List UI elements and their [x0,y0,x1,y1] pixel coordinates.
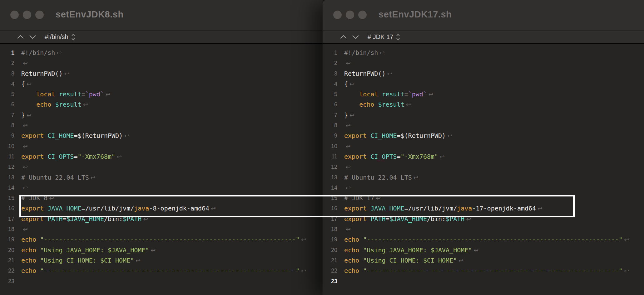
code-line[interactable]: 15# JDK 8↩ [0,193,323,203]
code-text: export CI_HOME=$(ReturnPWD)↩ [21,131,129,141]
code-line[interactable]: 16export JAVA_HOME=/usr/lib/jvm/java-17-… [323,203,644,214]
code-line[interactable]: 20echo "Using JAVA_HOME: $JAVA_HOME"↩ [0,245,323,255]
line-number: 10 [0,141,14,152]
code-line[interactable]: 4{↩ [0,79,323,89]
code-line[interactable]: 18↩ [0,224,323,235]
line-number: 7 [0,110,14,120]
code-line[interactable]: 21echo "Using CI_HOME: $CI_HOME"↩ [0,255,323,266]
line-number: 11 [0,152,14,162]
code-line[interactable]: 13# Ubuntu 22.04 LTS↩ [0,172,323,183]
code-line[interactable]: 8↩ [0,120,323,131]
code-line[interactable]: 17export PATH=$JAVA_HOME/bin:$PATH↩ [323,214,644,224]
code-line[interactable]: 2↩ [323,58,644,68]
line-number: 18 [0,224,14,235]
titlebar[interactable]: setEnvJDK17.sh [323,0,644,31]
zoom-button-icon[interactable] [35,11,44,19]
code-line[interactable]: 10↩ [323,141,644,152]
newline-symbol-icon: ↩ [376,195,381,201]
newline-symbol-icon: ↩ [349,112,354,118]
code-text: ↩ [21,162,28,172]
code-line[interactable]: 23 [323,276,644,287]
up-down-stepper-icon [71,33,75,41]
code-line[interactable]: 22echo "--------------------------------… [0,266,323,276]
code-line[interactable]: 11export CI_OPTS="-Xmx768m"↩ [323,152,644,162]
close-button-icon[interactable] [333,11,342,19]
window-setenvjdk17: setEnvJDK17.sh # JDK 17 1#!/bin/sh↩2↩3Re… [323,0,644,295]
code-line[interactable]: 3ReturnPWD()↩ [323,69,644,79]
code-text: }↩ [21,110,32,120]
code-line[interactable]: 17export PATH=$JAVA_HOME/bin:$PATH↩ [0,214,323,224]
titlebar[interactable]: setEnvJDK8.sh [0,0,323,31]
line-number: 22 [0,266,14,276]
outline-menu[interactable]: # JDK 17 [368,33,400,41]
newline-symbol-icon: ↩ [346,163,351,170]
code-editor[interactable]: 1#!/bin/sh↩2↩3ReturnPWD()↩4{↩5 local res… [0,44,323,287]
code-text: local result=`pwd`↩ [21,89,111,99]
code-line[interactable]: 19echo "--------------------------------… [323,235,644,245]
prev-section-button[interactable] [340,35,347,39]
code-line[interactable]: 13# Ubuntu 22.04 LTS↩ [323,172,644,183]
next-section-button[interactable] [352,35,359,39]
code-line[interactable]: 5 local result=`pwd`↩ [323,89,644,99]
code-line[interactable]: 7}↩ [0,110,323,120]
code-line[interactable]: 22echo "--------------------------------… [323,266,644,276]
code-line[interactable]: 16export JAVA_HOME=/usr/lib/jvm/java-8-o… [0,203,323,214]
line-number: 23 [0,276,14,287]
line-number: 19 [0,235,14,245]
code-line[interactable]: 10↩ [0,141,323,152]
chevron-up-icon [340,35,347,39]
outline-menu[interactable]: #!/bin/sh [45,33,75,41]
newline-symbol-icon: ↩ [91,174,96,181]
code-line[interactable]: 12↩ [323,162,644,172]
code-line[interactable]: 9export CI_HOME=$(ReturnPWD)↩ [0,131,323,141]
minimize-button-icon[interactable] [346,11,354,19]
code-line[interactable]: 2↩ [0,58,323,68]
code-line[interactable]: 9export CI_HOME=$(ReturnPWD)↩ [323,131,644,141]
code-text: echo $result↩ [344,99,411,110]
code-line[interactable]: 6 echo $result↩ [323,99,644,110]
code-line[interactable]: 15# JDK 17↩ [323,193,644,203]
code-line[interactable]: 5 local result=`pwd`↩ [0,89,323,99]
code-line[interactable]: 7}↩ [323,110,644,120]
line-number: 5 [323,89,337,99]
line-number: 15 [0,193,14,203]
code-line[interactable]: 14↩ [0,183,323,193]
code-line[interactable]: 3ReturnPWD()↩ [0,69,323,79]
code-text: ↩ [344,183,351,193]
zoom-button-icon[interactable] [358,11,367,19]
line-number: 11 [323,152,337,162]
newline-symbol-icon: ↩ [136,257,141,264]
code-line[interactable]: 14↩ [323,183,644,193]
line-number: 18 [323,224,337,235]
code-line[interactable]: 21echo "Using CI_HOME: $CI_HOME"↩ [323,255,644,266]
code-line[interactable]: 6 echo $result↩ [0,99,323,110]
code-line[interactable]: 11export CI_OPTS="-Xmx768m"↩ [0,152,323,162]
code-line[interactable]: 19echo "--------------------------------… [0,235,323,245]
next-section-button[interactable] [29,35,36,39]
traffic-lights [333,11,367,19]
code-line[interactable]: 8↩ [323,120,644,131]
line-number: 14 [0,183,14,193]
code-line[interactable]: 1#!/bin/sh↩ [0,48,323,58]
code-text: ReturnPWD()↩ [344,69,392,79]
newline-symbol-icon: ↩ [349,80,354,87]
line-number: 20 [0,245,14,255]
close-button-icon[interactable] [10,11,19,19]
code-line[interactable]: 1#!/bin/sh↩ [323,48,644,58]
code-line[interactable]: 18↩ [323,224,644,235]
minimize-button-icon[interactable] [23,11,31,19]
code-line[interactable]: 12↩ [0,162,323,172]
window-setenvjdk8: setEnvJDK8.sh #!/bin/sh 1#!/bin/sh↩2↩3Re… [0,0,323,295]
code-line[interactable]: 20echo "Using JAVA_HOME: $JAVA_HOME"↩ [323,245,644,255]
newline-symbol-icon: ↩ [49,195,54,201]
line-number: 21 [323,255,337,266]
code-line[interactable]: 23 [0,276,323,287]
newline-symbol-icon: ↩ [23,122,28,129]
line-number: 9 [323,131,337,141]
chevron-up-icon [17,35,24,39]
line-number: 6 [0,99,14,110]
code-editor[interactable]: 1#!/bin/sh↩2↩3ReturnPWD()↩4{↩5 local res… [323,44,644,287]
code-line[interactable]: 4{↩ [323,79,644,89]
prev-section-button[interactable] [17,35,24,39]
newline-symbol-icon: ↩ [143,215,148,222]
